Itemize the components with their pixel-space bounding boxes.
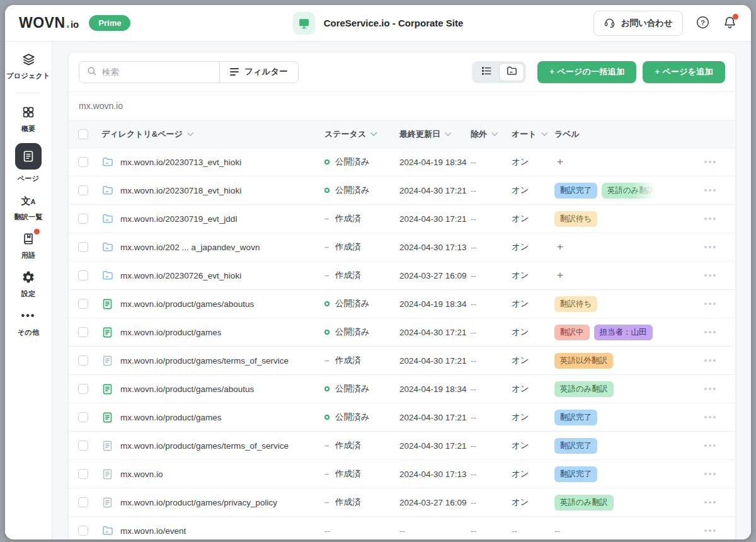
list-view-button[interactable] bbox=[474, 63, 499, 81]
label-chip[interactable]: 翻訳待ち bbox=[554, 211, 597, 227]
page-path[interactable]: mx.wovn.io/20230718_evt_hioki bbox=[120, 186, 324, 195]
row-menu-button[interactable] bbox=[692, 388, 728, 390]
page-path[interactable]: mx.wovn.io/product/games/aboutus bbox=[120, 299, 324, 309]
label-chip[interactable]: 翻訳完了 bbox=[554, 410, 597, 425]
status-text: 作成済 bbox=[335, 440, 361, 451]
column-status[interactable]: ステータス bbox=[324, 129, 399, 140]
add-label-button[interactable]: + bbox=[554, 241, 566, 253]
status-text: 作成済 bbox=[335, 241, 361, 253]
row-checkbox[interactable] bbox=[78, 270, 88, 280]
sidebar-item-project[interactable]: プロジェクト bbox=[5, 52, 52, 81]
page-path[interactable]: mx.wovn.io/product/games/terms_of_servic… bbox=[120, 356, 324, 366]
bulk-add-pages-button[interactable]: + ページの一括追加 bbox=[537, 61, 636, 83]
row-checkbox[interactable] bbox=[78, 327, 88, 337]
folder-icon bbox=[101, 156, 120, 168]
sidebar-item-more[interactable]: ••• その他 bbox=[5, 308, 52, 337]
notifications-button[interactable] bbox=[723, 15, 737, 32]
add-page-button[interactable]: + ページを追加 bbox=[643, 61, 725, 83]
add-label-button[interactable]: + bbox=[554, 156, 566, 168]
auto-value: オン bbox=[512, 412, 554, 423]
filter-button[interactable]: フィルター bbox=[219, 61, 299, 83]
column-directory-page[interactable]: ディレクトリ&ページ bbox=[101, 129, 324, 140]
page-path[interactable]: mx.wovn.io/product/games/privacy_policy bbox=[120, 498, 324, 507]
status-text: 公開済み bbox=[335, 412, 369, 423]
add-label-button[interactable]: + bbox=[554, 269, 566, 282]
label-chip[interactable]: 英語のみ翻訳 bbox=[602, 183, 657, 199]
project-switcher[interactable]: CoreService.io - Corporate Site bbox=[293, 12, 464, 35]
sidebar-item-settings[interactable]: 設定 bbox=[5, 270, 52, 299]
row-checkbox[interactable] bbox=[78, 497, 88, 507]
row-menu-button[interactable] bbox=[692, 416, 728, 418]
excluded-value: -- bbox=[471, 470, 512, 479]
page-path[interactable]: mx.wovn.io/product/games bbox=[120, 328, 324, 337]
folder-view-icon bbox=[506, 65, 518, 79]
row-menu-button[interactable] bbox=[692, 189, 728, 192]
label-chip[interactable]: 英語のみ翻訳 bbox=[554, 495, 614, 510]
row-checkbox[interactable] bbox=[78, 185, 88, 195]
row-menu-button[interactable] bbox=[692, 246, 728, 248]
label-chip[interactable]: 翻訳待ち bbox=[554, 296, 597, 312]
row-checkbox[interactable] bbox=[78, 299, 88, 309]
last-updated: 2024-03-27 16:09 bbox=[399, 271, 471, 280]
table-row: mx.wovn.io/event − -- -- -- -- -- bbox=[69, 517, 735, 539]
column-last-updated[interactable]: 最終更新日 bbox=[399, 129, 471, 140]
row-menu-button[interactable] bbox=[692, 501, 728, 504]
label-chip[interactable]: 翻訳完了 bbox=[554, 183, 597, 199]
row-checkbox[interactable] bbox=[78, 412, 88, 422]
contact-button[interactable]: お問い合わせ bbox=[593, 11, 683, 36]
row-menu-button[interactable] bbox=[692, 331, 728, 333]
label-chip[interactable]: 翻訳中 bbox=[554, 325, 590, 340]
page-path[interactable]: mx.wovn.io bbox=[120, 470, 324, 479]
row-menu-button[interactable] bbox=[692, 303, 728, 305]
page-path[interactable]: mx.wovn.io/product/games/terms_of_servic… bbox=[120, 441, 324, 451]
sidebar-item-pages[interactable]: ページ bbox=[5, 143, 52, 183]
row-checkbox[interactable] bbox=[78, 526, 88, 536]
labels-cell: + bbox=[554, 241, 692, 253]
column-auto[interactable]: オート bbox=[512, 129, 554, 140]
wovn-logo[interactable]: WOVN.io bbox=[19, 14, 79, 32]
row-checkbox[interactable] bbox=[78, 355, 88, 366]
label-chip[interactable]: 翻訳完了 bbox=[554, 438, 597, 454]
page-path[interactable]: mx.wovn.io/20230713_evt_hioki bbox=[120, 158, 324, 167]
page-path[interactable]: mx.wovn.io/20230726_evt_hioki bbox=[120, 271, 324, 280]
page-path[interactable]: mx.wovn.io/product/games bbox=[120, 413, 324, 422]
row-checkbox[interactable] bbox=[78, 469, 88, 479]
excluded-value: -- bbox=[471, 498, 512, 507]
page-path[interactable]: mx.wovn.io/product/games/aboutus bbox=[120, 384, 324, 394]
row-menu-button[interactable] bbox=[692, 217, 728, 220]
status-text: 作成済 bbox=[335, 355, 361, 366]
label-chip[interactable]: 翻訳完了 bbox=[554, 466, 597, 482]
row-menu-button[interactable] bbox=[692, 529, 728, 532]
sidebar-item-glossary[interactable]: 用語 bbox=[5, 231, 52, 260]
table-row: mx.wovn.io − 作成済 2024-04-30 17:13 -- オン … bbox=[69, 460, 735, 488]
row-checkbox[interactable] bbox=[78, 214, 88, 224]
auto-value: -- bbox=[512, 526, 554, 536]
last-updated: 2024-04-30 17:13 bbox=[399, 243, 471, 252]
help-button[interactable]: ? bbox=[696, 15, 710, 32]
breadcrumb[interactable]: mx.wovn.io bbox=[69, 91, 735, 120]
row-checkbox[interactable] bbox=[78, 384, 88, 394]
label-chip[interactable]: 英語のみ翻訳 bbox=[554, 381, 614, 397]
page-path[interactable]: mx.wovn.io/event bbox=[120, 526, 324, 536]
label-chip[interactable]: 英語以外翻訳 bbox=[554, 353, 613, 369]
column-excluded[interactable]: 除外 bbox=[471, 129, 512, 140]
chevron-down-icon bbox=[370, 129, 377, 136]
published-status-icon bbox=[324, 330, 329, 335]
row-menu-button[interactable] bbox=[692, 359, 728, 362]
folder-view-button[interactable] bbox=[499, 63, 524, 81]
select-all-checkbox[interactable] bbox=[78, 129, 88, 139]
sidebar-item-overview[interactable]: 概要 bbox=[5, 105, 52, 134]
row-checkbox[interactable] bbox=[78, 157, 88, 167]
label-chip[interactable]: 担当者：山田 bbox=[594, 325, 653, 340]
sidebar-item-translations[interactable]: 文A 翻訳一覧 bbox=[5, 193, 52, 222]
page-path[interactable]: mx.wovn.io/202 ... a_japandev_wovn bbox=[120, 243, 324, 252]
page-path[interactable]: mx.wovn.io/20230719_evt_jddl bbox=[120, 214, 324, 224]
row-menu-button[interactable] bbox=[692, 161, 728, 163]
row-checkbox[interactable] bbox=[78, 242, 88, 252]
row-checkbox[interactable] bbox=[78, 441, 88, 451]
excluded-value: -- bbox=[471, 413, 512, 422]
row-menu-button[interactable] bbox=[692, 444, 728, 447]
row-menu-button[interactable] bbox=[692, 274, 728, 277]
search-input[interactable] bbox=[102, 67, 212, 77]
row-menu-button[interactable] bbox=[692, 473, 728, 475]
